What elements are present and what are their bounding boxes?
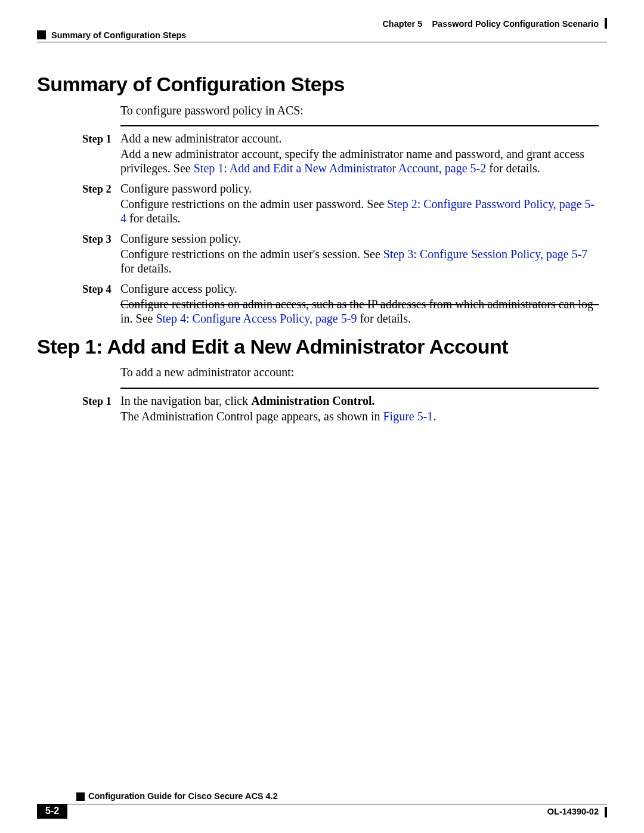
step-label: Step 1 [82,131,120,176]
figure-link[interactable]: Figure 5-1 [383,410,433,423]
footer-square-icon [76,792,85,801]
step-body: Configure session policy. Configure rest… [120,231,599,277]
step-row: Step 3 Configure session policy. Configu… [82,231,599,277]
step-body: Add a new administrator account. Add a n… [120,131,599,176]
step-title: Configure access policy. [120,281,599,296]
xref-link[interactable]: Step 1: Add and Edit a New Administrator… [194,162,486,175]
section-heading-step1: Step 1: Add and Edit a New Administrator… [37,335,508,358]
chapter-title: Password Policy Configuration Scenario [432,19,599,29]
footer-bar-icon [605,807,607,817]
step-title: Configure password policy. [120,181,599,196]
header-rule [37,42,607,42]
step-row: Step 2 Configure password policy. Config… [82,181,599,227]
steps-list-2: Step 1 In the navigation bar, click Admi… [82,394,599,425]
header-bar-icon [605,18,607,29]
running-header-right: Chapter 5 Password Policy Configuration … [382,19,599,29]
step-title: In the navigation bar, click Administrat… [120,394,599,408]
separator-rule [120,304,599,305]
step-row: Step 1 Add a new administrator account. … [82,131,599,176]
section1-intro: To configure password policy in ACS: [120,103,304,117]
document-page: Chapter 5 Password Policy Configuration … [0,0,644,833]
step-desc: Configure restrictions on admin access, … [120,297,599,326]
section-heading-summary: Summary of Configuration Steps [37,73,345,96]
step-body: Configure password policy. Configure res… [120,181,599,227]
step-body: In the navigation bar, click Administrat… [120,394,599,425]
separator-rule [120,125,599,126]
page-number: 5-2 [37,804,67,819]
step-desc: Configure restrictions on the admin user… [120,197,599,225]
step-label: Step 1 [82,394,120,425]
ui-element-name: Administration Control. [251,394,374,407]
footer-rule [37,804,607,804]
step-desc: Configure restrictions on the admin user… [120,247,599,275]
step-title: Configure session policy. [120,231,599,246]
steps-list-1: Step 1 Add a new administrator account. … [82,131,599,327]
step-label: Step 3 [82,231,120,277]
step-title: Add a new administrator account. [120,131,599,145]
chapter-label: Chapter 5 [382,19,422,29]
section2-intro: To add a new administrator account: [120,365,294,379]
step-label: Step 4 [82,281,120,327]
footer-book-title: Configuration Guide for Cisco Secure ACS… [88,791,278,801]
separator-rule [120,388,599,389]
document-number: OL-14390-02 [547,807,599,816]
step-row: Step 1 In the navigation bar, click Admi… [82,394,599,425]
step-desc: Add a new administrator account, specify… [120,147,599,175]
xref-link[interactable]: Step 3: Configure Session Policy, page 5… [383,247,588,261]
header-square-icon [37,30,46,39]
running-header-left: Summary of Configuration Steps [51,30,186,40]
step-desc: The Administration Control page appears,… [120,409,599,423]
xref-link[interactable]: Step 4: Configure Access Policy, page 5-… [156,312,357,325]
step-label: Step 2 [82,181,120,227]
